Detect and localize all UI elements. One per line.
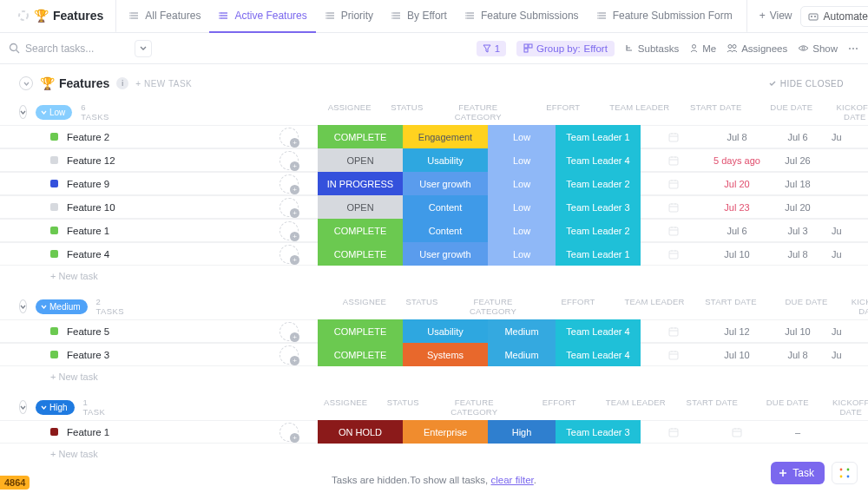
view-tab[interactable]: Priority xyxy=(316,0,382,33)
review-cell[interactable]: Ju xyxy=(828,343,868,366)
col-header[interactable]: STATUS xyxy=(378,102,436,122)
search-expand-button[interactable] xyxy=(135,40,152,57)
collapse-folder-button[interactable] xyxy=(19,76,33,90)
due-date-cell[interactable]: 5 days ago xyxy=(707,148,767,172)
assignee-cell[interactable] xyxy=(260,125,318,148)
due-date-cell[interactable]: Jul 10 xyxy=(707,343,767,366)
col-header[interactable]: TEAM LEADER xyxy=(606,102,674,122)
leader-cell[interactable]: Team Leader 2 xyxy=(556,219,641,242)
task-name-cell[interactable]: Feature 4 xyxy=(0,242,260,266)
view-tab[interactable]: Feature Submission Form xyxy=(588,0,741,33)
view-tab[interactable]: Feature Submissions xyxy=(456,0,588,33)
effort-cell[interactable]: Low xyxy=(488,195,556,219)
start-date-cell[interactable] xyxy=(641,242,707,266)
effort-cell[interactable]: Low xyxy=(488,242,556,266)
col-header[interactable]: KICKOFF DATE xyxy=(839,297,868,316)
review-cell[interactable]: Ju xyxy=(828,319,868,343)
clear-filter-link[interactable]: clear filter xyxy=(491,475,534,485)
me-toggle[interactable]: Me xyxy=(689,43,716,54)
hide-closed-toggle[interactable]: HIDE CLOSED xyxy=(768,79,844,89)
assignee-cell[interactable] xyxy=(260,148,318,172)
col-assignee[interactable]: ASSIGNEE xyxy=(114,398,374,417)
assignee-cell[interactable] xyxy=(260,242,318,266)
col-header[interactable]: START DATE xyxy=(669,398,754,417)
status-cell[interactable]: COMPLETE xyxy=(318,125,403,148)
start-date-cell[interactable] xyxy=(641,219,707,242)
start-date-cell[interactable] xyxy=(641,343,707,366)
status-cell[interactable]: COMPLETE xyxy=(318,242,403,266)
start-date-cell[interactable] xyxy=(641,420,707,444)
task-name-cell[interactable]: Feature 3 xyxy=(0,343,260,366)
task-name-cell[interactable]: Feature 1 xyxy=(0,420,260,444)
col-header[interactable]: TEAM LEADER xyxy=(602,398,669,417)
category-cell[interactable]: Content xyxy=(403,219,488,242)
table-row[interactable]: Feature 1COMPLETEContentLowTeam Leader 2… xyxy=(0,219,868,242)
col-header[interactable]: START DATE xyxy=(688,297,773,316)
kickoff-date-cell[interactable]: Jul 3 xyxy=(767,219,828,242)
due-date-cell[interactable]: Jul 12 xyxy=(707,319,767,343)
leader-cell[interactable]: Team Leader 1 xyxy=(556,125,641,148)
add-view-button[interactable]: + View xyxy=(746,0,801,33)
kickoff-date-cell[interactable]: Jul 8 xyxy=(767,343,828,366)
assignee-cell[interactable] xyxy=(260,420,318,444)
collapse-group-button[interactable] xyxy=(19,105,27,119)
status-cell[interactable]: ON HOLD xyxy=(318,420,403,444)
info-icon[interactable]: i xyxy=(116,77,128,89)
view-tab[interactable]: By Effort xyxy=(382,0,456,33)
start-date-cell[interactable] xyxy=(641,125,707,148)
status-cell[interactable]: OPEN xyxy=(318,148,403,172)
subtasks-toggle[interactable]: Subtasks xyxy=(625,43,679,54)
table-row[interactable]: Feature 10OPENContentLowTeam Leader 3Jul… xyxy=(0,195,868,219)
effort-cell[interactable]: High xyxy=(488,420,556,444)
status-cell[interactable]: COMPLETE xyxy=(318,219,403,242)
col-header[interactable]: FEATURE CATEGORY xyxy=(450,297,536,316)
status-cell[interactable]: OPEN xyxy=(318,195,403,219)
status-cell[interactable]: COMPLETE xyxy=(318,343,403,366)
col-header[interactable]: STATUS xyxy=(374,398,431,417)
leader-cell[interactable]: Team Leader 4 xyxy=(556,343,641,366)
create-task-fab[interactable]: Task xyxy=(771,462,825,484)
leader-cell[interactable]: Team Leader 4 xyxy=(556,319,641,343)
effort-cell[interactable]: Low xyxy=(488,148,556,172)
table-row[interactable]: Feature 1ON HOLDEnterpriseHighTeam Leade… xyxy=(0,420,868,444)
col-header[interactable]: STATUS xyxy=(393,297,450,316)
category-cell[interactable]: Usability xyxy=(403,148,488,172)
due-date-cell[interactable]: Jul 23 xyxy=(707,195,767,219)
group-by-chip[interactable]: Group by: Effort xyxy=(516,41,615,56)
review-cell[interactable]: Ju xyxy=(828,125,868,148)
category-cell[interactable]: User growth xyxy=(403,172,488,195)
due-date-cell[interactable]: Jul 20 xyxy=(707,172,767,195)
status-cell[interactable]: IN PROGRESS xyxy=(318,172,403,195)
kickoff-date-cell[interactable]: Jul 6 xyxy=(767,125,828,148)
effort-cell[interactable]: Low xyxy=(488,172,556,195)
assignee-cell[interactable] xyxy=(260,219,318,242)
assignees-toggle[interactable]: Assignees xyxy=(727,43,787,54)
col-header[interactable]: TEAM LEADER xyxy=(621,297,688,316)
start-date-cell[interactable] xyxy=(641,172,707,195)
collapse-group-button[interactable] xyxy=(19,299,27,313)
table-row[interactable]: Feature 9IN PROGRESSUser growthLowTeam L… xyxy=(0,172,868,195)
category-cell[interactable]: Systems xyxy=(403,343,488,366)
assignee-cell[interactable] xyxy=(260,172,318,195)
effort-cell[interactable]: Low xyxy=(488,125,556,148)
due-date-cell[interactable]: Jul 6 xyxy=(707,219,767,242)
kickoff-date-cell[interactable]: Jul 26 xyxy=(767,148,828,172)
category-cell[interactable]: User growth xyxy=(403,242,488,266)
apps-fab[interactable] xyxy=(832,462,858,484)
folder-title[interactable]: 🏆 Features xyxy=(40,76,109,90)
review-cell[interactable] xyxy=(828,148,868,172)
col-header[interactable]: FEATURE CATEGORY xyxy=(431,398,516,417)
col-header[interactable]: DUE DATE xyxy=(754,398,820,417)
col-header[interactable]: FEATURE CATEGORY xyxy=(436,102,521,122)
kickoff-date-cell[interactable]: Jul 18 xyxy=(767,172,828,195)
task-name-cell[interactable]: Feature 9 xyxy=(0,172,260,195)
group-pill[interactable]: Low xyxy=(36,105,72,120)
view-tab[interactable]: All Features xyxy=(120,0,209,33)
review-cell[interactable] xyxy=(828,172,868,195)
category-cell[interactable]: Enterprise xyxy=(403,420,488,444)
effort-cell[interactable]: Low xyxy=(488,219,556,242)
leader-cell[interactable]: Team Leader 2 xyxy=(556,172,641,195)
table-row[interactable]: Feature 3COMPLETESystemsMediumTeam Leade… xyxy=(0,343,868,366)
list-title-tab[interactable]: 🏆 Features xyxy=(9,0,116,33)
col-header[interactable]: KICKOFF DATE xyxy=(820,398,868,417)
